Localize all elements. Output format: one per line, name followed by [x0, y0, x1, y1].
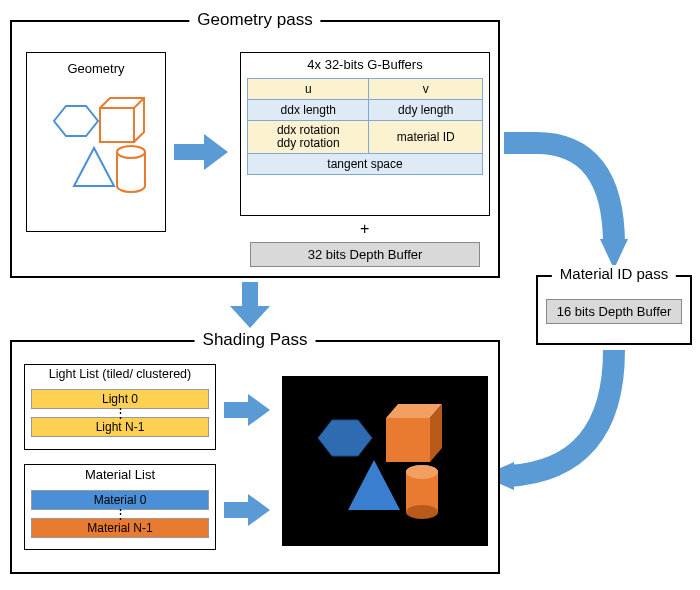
gbuf-r4: tangent space [248, 154, 483, 175]
svg-rect-1 [100, 108, 134, 142]
svg-marker-12 [224, 394, 270, 426]
ellipsis-icon: ⋮ [25, 411, 215, 415]
svg-marker-0 [54, 106, 98, 136]
svg-marker-7 [174, 134, 228, 170]
svg-marker-15 [386, 418, 430, 462]
svg-line-2 [134, 98, 144, 108]
light-n: Light N-1 [31, 417, 209, 437]
svg-point-22 [406, 465, 438, 479]
svg-marker-14 [318, 420, 372, 456]
material-n: Material N-1 [31, 518, 209, 538]
light-list-box: Light List (tiled/ clustered) Light 0 ⋮ … [24, 364, 216, 450]
gbuf-r1c2: v [369, 79, 483, 100]
geometry-label: Geometry [27, 53, 165, 82]
material-id-pass-box: Material ID pass 16 bits Depth Buffer [536, 275, 692, 345]
svg-marker-3 [74, 148, 114, 186]
svg-point-4 [117, 146, 145, 158]
arrow-geom-gbuf-icon [174, 132, 230, 172]
render-output [282, 376, 488, 546]
svg-point-21 [406, 505, 438, 519]
plus-sign: + [360, 220, 369, 238]
arrow-mats-out-icon [224, 492, 272, 528]
gbuf-r1c1: u [248, 79, 369, 100]
gbuffers-table: u v ddx length ddy length ddx rotation d… [247, 78, 483, 175]
ellipsis-icon-2: ⋮ [25, 512, 215, 516]
gbuffers-box: 4x 32-bits G-Buffers u v ddx length ddy … [240, 52, 490, 216]
material-list-box: Material List Material 0 ⋮ Material N-1 [24, 464, 216, 550]
light-list-title: Light List (tiled/ clustered) [25, 365, 215, 387]
geometry-subbox: Geometry [26, 52, 166, 232]
geometry-shapes-icon [36, 86, 156, 206]
gbuf-r3c1: ddx rotation ddy rotation [248, 121, 369, 154]
material-id-title: Material ID pass [552, 265, 676, 282]
depth-buffer-16: 16 bits Depth Buffer [546, 299, 682, 324]
geometry-pass-title: Geometry pass [189, 10, 320, 30]
shading-pass-title: Shading Pass [195, 330, 316, 350]
depth-buffer-32: 32 bits Depth Buffer [250, 242, 480, 267]
arrow-lights-out-icon [224, 392, 272, 428]
gbuf-r3c2: material ID [369, 121, 483, 154]
shading-pass-box: Shading Pass Light List (tiled/ clustere… [10, 340, 500, 574]
arrow-geom-shading-icon [228, 282, 272, 330]
arrow-geom-material-icon [504, 115, 684, 288]
svg-marker-13 [224, 494, 270, 526]
svg-marker-18 [348, 460, 400, 510]
geometry-pass-box: Geometry pass Geometry [10, 20, 500, 278]
gbuf-r2c2: ddy length [369, 100, 483, 121]
svg-marker-10 [230, 282, 270, 328]
gbuf-r2c1: ddx length [248, 100, 369, 121]
material-list-title: Material List [25, 465, 215, 488]
gbuffers-title: 4x 32-bits G-Buffers [247, 55, 483, 78]
